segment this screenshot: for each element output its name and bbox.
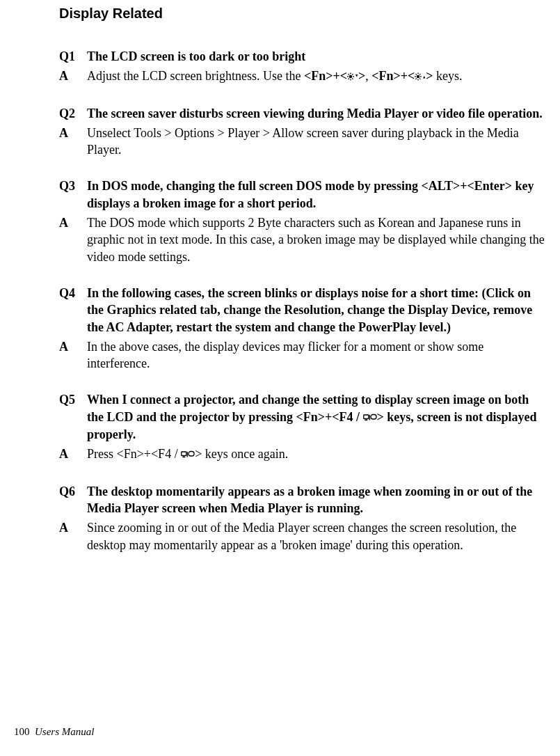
answer-label: A <box>59 338 87 355</box>
answer-text: The DOS mode which supports 2 Byte chara… <box>87 214 546 265</box>
answer-text-part: Press <Fn>+<F4 / <box>87 447 181 461</box>
answer-text-part: Adjust the LCD screen brightness. Use th… <box>87 69 304 83</box>
svg-rect-16 <box>419 74 421 75</box>
svg-rect-11 <box>418 73 419 74</box>
svg-marker-9 <box>355 74 358 77</box>
svg-rect-2 <box>350 79 351 81</box>
question-row: Q3 In DOS mode, changing the full screen… <box>59 178 546 212</box>
page: Display Related Q1 The LCD screen is too… <box>0 0 560 756</box>
svg-rect-6 <box>352 74 353 75</box>
question-row: Q2 The screen saver disturbs screen view… <box>59 105 546 122</box>
question-text: In the following cases, the screen blink… <box>87 285 546 336</box>
qa-block: Q2 The screen saver disturbs screen view… <box>59 105 546 159</box>
page-footer: 100 Users Manual <box>14 726 94 738</box>
svg-rect-24 <box>371 414 376 419</box>
question-label: Q6 <box>59 483 87 500</box>
svg-rect-15 <box>415 74 417 75</box>
answer-row: A In the above cases, the display device… <box>59 338 546 372</box>
answer-label: A <box>59 519 87 536</box>
answer-row: A The DOS mode which supports 2 Byte cha… <box>59 214 546 265</box>
svg-point-0 <box>349 75 352 78</box>
svg-rect-14 <box>420 77 422 77</box>
svg-rect-1 <box>350 73 351 74</box>
svg-rect-4 <box>353 77 354 77</box>
question-row: Q6 The desktop momentarily appears as a … <box>59 483 546 517</box>
answer-row: A Press <Fn>+<F4 / > keys once again. <box>59 446 546 463</box>
answer-text: Adjust the LCD screen brightness. Use th… <box>87 68 546 85</box>
question-text: In DOS mode, changing the full screen DO… <box>87 178 546 212</box>
key-combo: > <box>358 69 365 83</box>
section-title: Display Related <box>59 6 546 22</box>
svg-rect-3 <box>347 77 349 77</box>
answer-label: A <box>59 68 87 84</box>
qa-block: Q6 The desktop momentarily appears as a … <box>59 483 546 553</box>
svg-rect-17 <box>415 78 417 79</box>
svg-rect-5 <box>348 74 349 75</box>
footer-text: Users Manual <box>35 726 94 737</box>
qa-block: Q5 When I connect a projector, and chang… <box>59 391 546 463</box>
answer-row: A Since zooming in or out of the Media P… <box>59 519 546 553</box>
answer-label: A <box>59 214 87 231</box>
question-label: Q1 <box>59 48 87 65</box>
qa-block: Q1 The LCD screen is too dark or too bri… <box>59 48 546 86</box>
answer-text-part: keys. <box>433 69 463 83</box>
brightness-up-icon <box>415 68 426 85</box>
answer-text: In the above cases, the display devices … <box>87 338 546 372</box>
svg-point-10 <box>417 75 419 78</box>
answer-label: A <box>59 125 87 141</box>
question-text: The LCD screen is too dark or too bright <box>87 48 546 65</box>
question-row: Q4 In the following cases, the screen bl… <box>59 285 546 336</box>
question-text: The screen saver disturbs screen viewing… <box>87 105 546 122</box>
svg-rect-12 <box>418 79 419 81</box>
key-combo: > <box>426 69 433 83</box>
page-number: 100 <box>14 726 30 737</box>
question-row: Q5 When I connect a projector, and chang… <box>59 391 546 443</box>
key-combo: <Fn>+< <box>304 69 347 83</box>
display-switch-icon <box>181 446 195 463</box>
answer-text: Since zooming in or out of the Media Pla… <box>87 519 546 553</box>
svg-rect-29 <box>189 452 194 457</box>
svg-rect-7 <box>348 78 349 79</box>
answer-text: Press <Fn>+<F4 / > keys once again. <box>87 446 546 463</box>
svg-rect-20 <box>363 415 368 419</box>
question-label: Q4 <box>59 285 87 301</box>
answer-text: Unselect Tools > Options > Player > Allo… <box>87 125 546 159</box>
display-switch-icon <box>363 409 377 426</box>
qa-block: Q4 In the following cases, the screen bl… <box>59 285 546 372</box>
question-text: The desktop momentarily appears as a bro… <box>87 483 546 517</box>
answer-row: A Unselect Tools > Options > Player > Al… <box>59 125 546 159</box>
qa-block: Q3 In DOS mode, changing the full screen… <box>59 178 546 265</box>
question-label: Q5 <box>59 391 87 408</box>
question-label: Q3 <box>59 178 87 194</box>
question-label: Q2 <box>59 105 87 122</box>
answer-text-part: , <box>365 69 371 83</box>
brightness-down-icon <box>347 68 358 85</box>
answer-label: A <box>59 446 87 462</box>
question-row: Q1 The LCD screen is too dark or too bri… <box>59 48 546 65</box>
svg-rect-25 <box>182 452 186 456</box>
svg-rect-8 <box>352 78 353 79</box>
question-text: When I connect a projector, and change t… <box>87 391 546 443</box>
answer-row: A Adjust the LCD screen brightness. Use … <box>59 68 546 85</box>
answer-text-part: > keys once again. <box>195 447 288 461</box>
key-combo: <Fn>+< <box>371 69 415 83</box>
svg-rect-13 <box>415 77 416 77</box>
svg-rect-18 <box>419 78 421 79</box>
